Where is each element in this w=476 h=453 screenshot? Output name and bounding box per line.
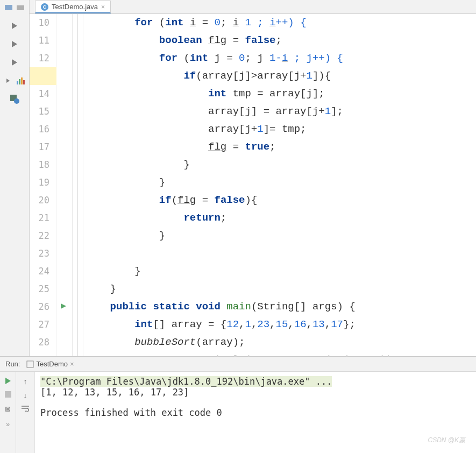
up-icon[interactable]: ↑ xyxy=(24,377,27,386)
tool-window-bar xyxy=(0,0,30,356)
camera-icon[interactable]: ◙ xyxy=(5,404,11,414)
run-action-bar: ◙ » xyxy=(0,372,16,453)
structure-icon[interactable] xyxy=(3,75,14,86)
project-icon[interactable] xyxy=(3,2,14,13)
svg-point-11 xyxy=(14,98,19,104)
console-output[interactable]: "C:\Program Files\Java\jdk1.8.0_192\bin\… xyxy=(35,372,476,453)
stats-icon[interactable] xyxy=(15,75,26,86)
clock-icon[interactable] xyxy=(9,94,20,104)
rerun-icon[interactable] xyxy=(4,377,12,385)
wrap-icon[interactable] xyxy=(21,405,30,412)
run-label: Run: xyxy=(5,360,20,368)
watermark: CSDN @K嬴 xyxy=(428,436,465,445)
code-editor[interactable]: 1011121314151617181920212223242526272829… xyxy=(30,14,476,356)
svg-marker-12 xyxy=(61,303,66,309)
run-icon-3[interactable] xyxy=(9,57,20,68)
editor-tab-bar: C TestDemo.java × xyxy=(30,0,476,14)
editor-tab[interactable]: C TestDemo.java × xyxy=(35,1,111,13)
console-command: "C:\Program Files\Java\jdk1.8.0_192\bin\… xyxy=(40,376,332,387)
svg-rect-1 xyxy=(17,5,24,10)
svg-rect-0 xyxy=(5,5,12,10)
java-class-icon: C xyxy=(41,3,48,11)
folder-icon[interactable] xyxy=(15,2,26,13)
run-icon-2[interactable] xyxy=(9,39,20,49)
line-number-gutter: 1011121314151617181920212223242526272829… xyxy=(30,14,56,356)
close-tab-icon[interactable]: × xyxy=(101,3,105,11)
breakpoint-highlight xyxy=(30,67,56,85)
run-config-name[interactable]: TestDemo xyxy=(36,360,68,368)
expand-icon[interactable]: » xyxy=(6,420,10,428)
console-exit: Process finished with exit code 0 xyxy=(40,407,471,418)
svg-rect-13 xyxy=(27,361,33,367)
code-content[interactable]: for (int i = 0; i 1 ; i++) { boolean flg… xyxy=(83,14,399,356)
svg-rect-7 xyxy=(19,79,20,84)
console-action-bar: ↑ ↓ xyxy=(16,372,35,453)
down-icon[interactable]: ↓ xyxy=(24,391,27,400)
console-stdout: [1, 12, 13, 15, 16, 17, 23] xyxy=(40,387,471,398)
close-run-tab-icon[interactable]: × xyxy=(70,360,74,368)
svg-rect-15 xyxy=(5,391,11,398)
stop-icon[interactable] xyxy=(5,391,11,398)
svg-rect-8 xyxy=(21,77,23,84)
run-gutter xyxy=(56,14,73,356)
run-icon[interactable] xyxy=(9,20,20,31)
svg-marker-2 xyxy=(12,23,17,29)
svg-marker-4 xyxy=(12,59,17,66)
svg-rect-9 xyxy=(23,80,25,84)
svg-marker-5 xyxy=(6,79,10,83)
run-tool-window: Run: TestDemo × ◙ » ↑ ↓ "C:\Program File… xyxy=(0,356,476,453)
svg-rect-6 xyxy=(17,81,18,84)
run-config-icon xyxy=(26,360,34,368)
svg-marker-3 xyxy=(12,41,17,47)
fold-column xyxy=(73,14,83,356)
run-line-icon[interactable] xyxy=(60,303,67,309)
tab-filename: TestDemo.java xyxy=(52,3,98,11)
svg-marker-14 xyxy=(5,378,11,384)
